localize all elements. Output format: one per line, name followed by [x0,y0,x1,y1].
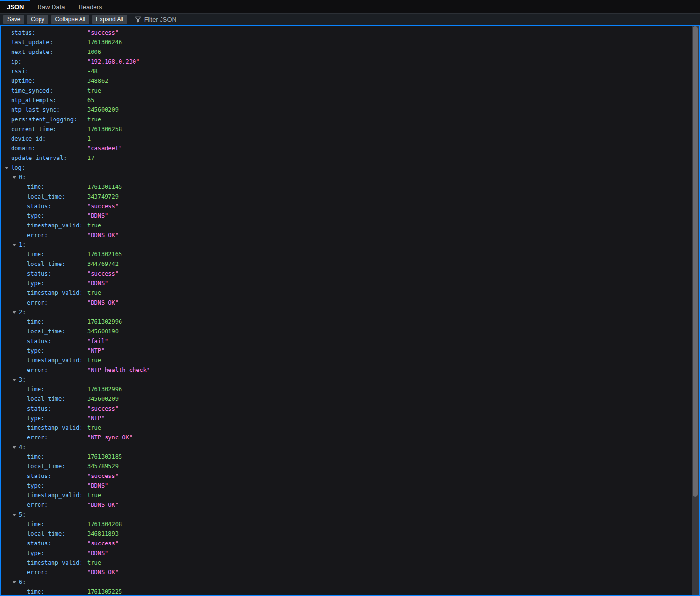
json-row: time:1761303185 [1,452,699,462]
toolbar: SaveCopyCollapse AllExpand All [0,13,700,25]
json-row: time:1761302996 [1,317,699,327]
twisty-expanded-icon[interactable] [13,581,16,583]
json-value-number: 345600209 [87,394,119,404]
json-value-number: 344769742 [87,259,119,269]
json-value-bool: true [87,288,101,298]
json-value-number: 345600209 [87,105,119,115]
json-key: local_time: [27,394,65,404]
json-row: type:"DDNS" [1,211,699,221]
json-key: next_update: [11,47,53,57]
json-row-expandable[interactable]: 5: [1,510,699,519]
json-key: timestamp_valid: [27,490,83,500]
json-row-expandable[interactable]: 2: [1,307,699,317]
json-row: time_synced:true [1,86,699,95]
json-key: persistent_logging: [11,115,77,124]
tab-headers[interactable]: Headers [71,0,108,13]
twisty-expanded-icon[interactable] [13,244,16,246]
tab-json[interactable]: JSON [0,0,30,13]
json-row: ntp_attempts:65 [1,95,699,105]
json-panel: status:"success"last_update:1761306246ne… [0,25,700,596]
twisty-expanded-icon[interactable] [13,379,16,381]
json-row: status:"success" [1,201,699,211]
json-value-number: 1761301145 [87,182,122,192]
json-value-number: 345600190 [87,327,119,336]
json-key: time: [27,452,44,462]
json-key: 3: [19,375,26,384]
json-value-string: "fail" [87,336,108,346]
json-key: ntp_attempts: [11,95,56,105]
json-key: 4: [19,442,26,452]
json-value-string: "NTP sync OK" [87,433,133,442]
json-row: error:"NTP health check" [1,365,699,375]
json-key: time: [27,317,44,327]
json-row: persistent_logging:true [1,115,699,124]
tab-raw-data[interactable]: Raw Data [30,0,71,13]
json-value-bool: true [87,115,101,124]
json-key: rssi: [11,66,28,76]
json-key: type: [27,278,44,288]
json-value-number: 1761303185 [87,452,122,462]
json-row: timestamp_valid:true [1,221,699,230]
json-row: timestamp_valid:true [1,356,699,365]
json-row-expandable[interactable]: 4: [1,442,699,452]
json-row: error:"NTP sync OK" [1,433,699,442]
json-row-expandable[interactable]: 3: [1,375,699,384]
json-key: 2: [19,307,26,317]
json-value-string: "DDNS" [87,278,108,288]
twisty-expanded-icon[interactable] [5,167,9,169]
json-row: status:"success" [1,539,699,548]
json-value-string: "DDNS" [87,548,108,558]
json-key: timestamp_valid: [27,558,83,568]
json-row: current_time:1761306258 [1,124,699,134]
json-row: uptime:348862 [1,76,699,86]
collapse-all-button[interactable]: Collapse All [51,15,89,24]
scrollbar[interactable] [692,26,699,595]
json-row: time:1761304208 [1,519,699,529]
json-key: status: [27,539,52,548]
json-value-number: 1 [87,134,91,144]
twisty-expanded-icon[interactable] [13,311,16,314]
json-row: local_time:345789529 [1,462,699,471]
json-key: 5: [19,510,26,519]
json-row-expandable[interactable]: 6: [1,577,699,587]
filter-json-input[interactable] [144,16,250,23]
json-key: timestamp_valid: [27,221,83,230]
json-value-number: 1761302996 [87,317,122,327]
json-key: 1: [19,240,26,250]
json-value-number: 348862 [87,76,108,86]
json-row: type:"DDNS" [1,481,699,490]
json-key: timestamp_valid: [27,356,83,365]
json-key: error: [27,298,48,307]
json-key: status: [11,28,36,38]
json-key: local_time: [27,529,65,539]
json-value-string: "success" [87,539,119,548]
tab-label: Headers [78,3,102,11]
json-row-expandable[interactable]: 1: [1,240,699,250]
json-row-expandable[interactable]: log: [1,163,699,172]
json-key: status: [27,404,52,413]
json-row: local_time:345600190 [1,327,699,336]
json-value-string: "NTP" [87,346,105,356]
json-key: error: [27,433,48,442]
filter-funnel-icon [135,16,141,23]
json-row: error:"DDNS OK" [1,500,699,510]
json-row: timestamp_valid:true [1,288,699,298]
json-key: type: [27,548,44,558]
twisty-expanded-icon[interactable] [13,176,16,179]
json-row: timestamp_valid:true [1,558,699,568]
json-row: rssi:-48 [1,66,699,76]
json-key: local_time: [27,462,65,471]
json-row: last_update:1761306246 [1,38,699,47]
save-button[interactable]: Save [3,15,24,24]
json-row-expandable[interactable]: 0: [1,172,699,182]
json-key: timestamp_valid: [27,423,83,433]
twisty-expanded-icon[interactable] [13,446,16,449]
expand-all-button[interactable]: Expand All [92,15,127,24]
json-row: status:"success" [1,404,699,413]
scrollbar-thumb[interactable] [693,26,698,497]
twisty-expanded-icon[interactable] [13,514,16,516]
json-key: last_update: [11,38,53,47]
json-row: timestamp_valid:true [1,423,699,433]
copy-button[interactable]: Copy [27,15,48,24]
json-value-number: 1761302165 [87,250,122,259]
